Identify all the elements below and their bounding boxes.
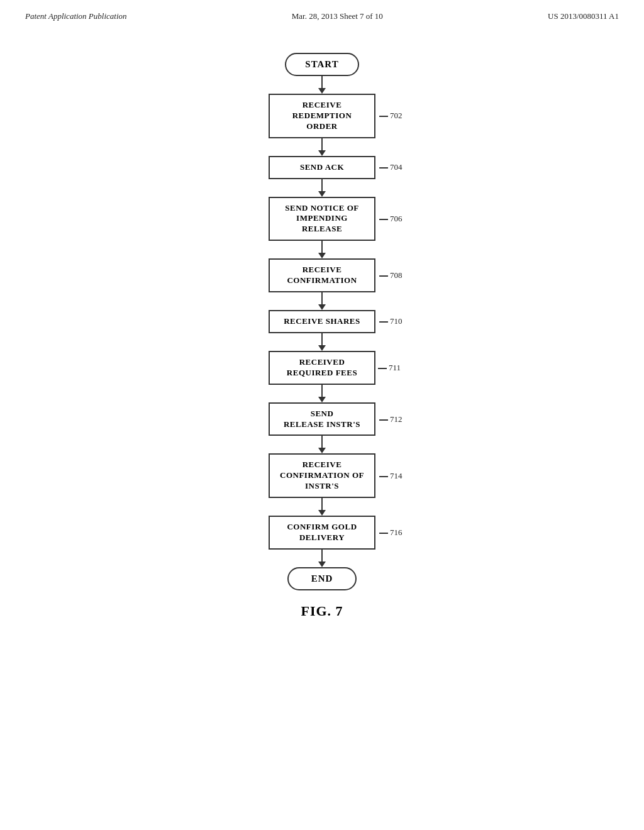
node-702-wrapper: RECEIVEREDEMPTION ORDER 702: [269, 94, 375, 138]
arrow-4: [318, 241, 326, 258]
arrow-7: [318, 385, 326, 402]
node-714-wrapper: RECEIVECONFIRMATION OFINSTR'S 714: [269, 453, 375, 498]
end-node-wrapper: END: [287, 567, 357, 590]
label-714: 714: [379, 471, 402, 481]
label-704: 704: [379, 162, 402, 172]
label-712: 712: [379, 414, 402, 424]
flowchart: START RECEIVEREDEMPTION ORDER 702 SEND A…: [269, 53, 375, 619]
node-708: RECEIVECONFIRMATION: [269, 258, 375, 292]
arrow-2: [318, 138, 326, 156]
node-706-wrapper: SEND NOTICE OFIMPENDINGRELEASE 706: [269, 197, 375, 241]
arrow-10: [318, 550, 326, 567]
arrow-1: [318, 76, 326, 94]
label-708: 708: [379, 270, 402, 280]
page-header: Patent Application Publication Mar. 28, …: [0, 0, 644, 28]
node-708-wrapper: RECEIVECONFIRMATION 708: [269, 258, 375, 292]
label-706: 706: [379, 214, 402, 224]
node-706: SEND NOTICE OFIMPENDINGRELEASE: [269, 197, 375, 241]
label-710: 710: [379, 316, 402, 326]
label-702: 702: [379, 111, 402, 121]
arrow-head: [318, 88, 326, 94]
node-711-wrapper: RECEIVEDREQUIRED FEES 711: [269, 351, 375, 385]
start-node: START: [285, 53, 358, 76]
arrow-line: [321, 76, 323, 88]
label-716: 716: [379, 528, 402, 538]
node-710-wrapper: RECEIVE SHARES 710: [269, 310, 375, 333]
node-711: RECEIVEDREQUIRED FEES: [269, 351, 375, 385]
arrow-3: [318, 179, 326, 197]
node-714: RECEIVECONFIRMATION OFINSTR'S: [269, 453, 375, 498]
end-node: END: [287, 567, 357, 590]
label-711: 711: [378, 363, 401, 373]
arrow-8: [318, 436, 326, 453]
diagram-container: START RECEIVEREDEMPTION ORDER 702 SEND A…: [0, 28, 644, 619]
arrow-9: [318, 498, 326, 516]
node-710: RECEIVE SHARES: [269, 310, 375, 333]
node-704: SEND ACK: [269, 156, 375, 179]
header-left: Patent Application Publication: [25, 11, 127, 21]
arrow-6: [318, 333, 326, 351]
node-712-wrapper: SENDRELEASE INSTR'S 712: [269, 402, 375, 436]
arrow-5: [318, 292, 326, 310]
node-712: SENDRELEASE INSTR'S: [269, 402, 375, 436]
node-716: CONFIRM GOLDDELIVERY: [269, 516, 375, 550]
node-702: RECEIVEREDEMPTION ORDER: [269, 94, 375, 138]
node-716-wrapper: CONFIRM GOLDDELIVERY 716: [269, 516, 375, 550]
header-center: Mar. 28, 2013 Sheet 7 of 10: [292, 11, 383, 21]
header-right: US 2013/0080311 A1: [548, 11, 619, 21]
fig-label: FIG. 7: [301, 603, 343, 619]
node-704-wrapper: SEND ACK 704: [269, 156, 375, 179]
start-node-wrapper: START: [285, 53, 358, 76]
